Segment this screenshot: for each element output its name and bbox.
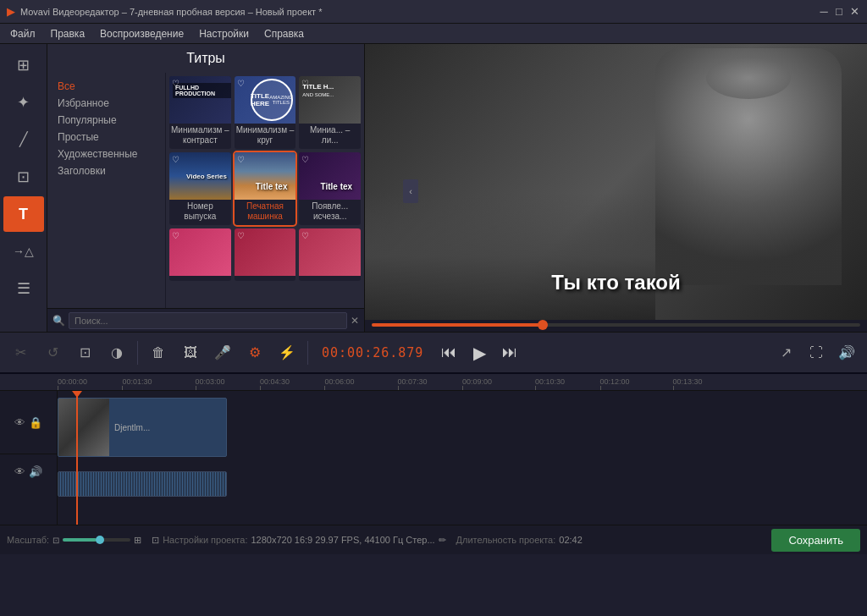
maximize-button[interactable]: □ xyxy=(833,6,845,18)
close-button[interactable]: ✕ xyxy=(848,6,860,18)
sidebar-btn-titles[interactable]: T xyxy=(3,196,44,232)
menu-settings[interactable]: Настройки xyxy=(192,26,256,41)
progress-fill xyxy=(372,323,543,327)
zoom-slider[interactable] xyxy=(63,538,130,542)
audio-track[interactable] xyxy=(58,471,227,497)
progress-bar[interactable] xyxy=(365,320,867,332)
crowd-left xyxy=(365,193,655,320)
fav-icon-7: ♡ xyxy=(172,231,179,240)
card-label-6: Появле... исчеза... xyxy=(299,200,361,225)
audio-eye-icon[interactable]: 👁 xyxy=(14,465,25,478)
sidebar-btn-filters[interactable]: ╱ xyxy=(3,122,44,157)
menubar: Файл Правка Воспроизведение Настройки Сп… xyxy=(0,24,867,44)
search-clear-button[interactable]: ✕ xyxy=(351,315,359,327)
card-label-7 xyxy=(169,276,231,281)
card-thumb-line: ♡ TITLE H...AND SOME... xyxy=(299,76,361,124)
volume-track-icon[interactable]: 🔊 xyxy=(29,465,42,478)
waveform-display xyxy=(58,472,226,496)
title-card-pink3[interactable]: ♡ xyxy=(299,228,361,281)
cat-headers[interactable]: Заголовки xyxy=(51,162,162,179)
timeline: 00:00:00 00:01:30 00:03:00 00:04:30 00:0… xyxy=(0,372,867,525)
fullscreen-button[interactable]: ⛶ xyxy=(803,339,830,366)
project-settings-value: 1280x720 16:9 29.97 FPS, 44100 Гц Стер..… xyxy=(251,535,434,545)
adjust-button[interactable]: ⚡ xyxy=(273,339,301,366)
skip-forward-button[interactable]: ⏭ xyxy=(496,339,523,366)
clip-filename: Djentlmeny_udachi_480.r... xyxy=(58,398,151,399)
sidebar-btn-import[interactable]: ⊞ xyxy=(3,47,44,83)
title-card-typewriter[interactable]: ♡ Title tex Печатная машинка xyxy=(235,152,296,225)
audio-track-control: 👁 🔊 xyxy=(0,454,57,488)
video-clip[interactable]: ★ Djentlm... Djentlmeny_udachi_480.r... xyxy=(58,398,227,457)
sidebar-btn-effects[interactable]: ✦ xyxy=(3,85,44,120)
play-button[interactable]: ▶ xyxy=(466,339,493,366)
playback-controls: ⏮ ▶ ⏭ xyxy=(435,339,523,366)
circle-title: TITLE HEREAMAZING TITLES xyxy=(251,79,293,121)
separator-2 xyxy=(307,341,308,365)
menu-playback[interactable]: Воспроизведение xyxy=(93,26,191,41)
minimize-button[interactable]: ─ xyxy=(818,6,830,18)
statusbar: Масштаб: ⊡ ⊞ ⊡ Настройки проекта: 1280x7… xyxy=(0,525,867,554)
track-controls: 👁 🔒 👁 🔊 xyxy=(0,391,58,525)
color-button[interactable]: ◑ xyxy=(103,339,130,366)
cat-artistic[interactable]: Художественные xyxy=(51,146,162,162)
edit-settings-icon[interactable]: ✏ xyxy=(439,535,446,546)
volume-button[interactable]: 🔊 xyxy=(833,339,860,366)
sidebar-btn-transitions[interactable]: ⊡ xyxy=(3,159,44,195)
title-card-pink1[interactable]: ♡ xyxy=(169,228,231,281)
menu-file[interactable]: Файл xyxy=(3,26,42,41)
image-button[interactable]: 🖼 xyxy=(177,339,204,366)
skip-back-button[interactable]: ⏮ xyxy=(435,339,462,366)
mic-button[interactable]: 🎤 xyxy=(209,339,236,366)
zoom-control: Масштаб: ⊡ ⊞ xyxy=(7,535,141,546)
cat-simple[interactable]: Простые xyxy=(51,129,162,146)
zoom-thumb[interactable] xyxy=(96,536,104,544)
grid-row-1: ♡ FULLHD PRODUCTION Минимализм – контрас… xyxy=(169,76,361,149)
export-button[interactable]: ↗ xyxy=(772,339,799,366)
search-icon: 🔍 xyxy=(52,315,65,327)
playhead xyxy=(76,391,78,525)
fav-icon-5: ♡ xyxy=(237,155,245,164)
settings-icon: ⊡ xyxy=(152,535,159,546)
save-button[interactable]: Сохранить xyxy=(771,529,860,552)
delete-button[interactable]: 🗑 xyxy=(145,339,172,366)
title-card-circle[interactable]: ♡ TITLE HEREAMAZING TITLES Минимализм – … xyxy=(235,76,296,149)
timecode-suffix: 26.879 xyxy=(373,345,423,360)
settings-button[interactable]: ⚙ xyxy=(241,339,268,366)
shapes-icon: →△ xyxy=(13,245,34,257)
search-input[interactable] xyxy=(69,312,347,329)
eye-icon[interactable]: 👁 xyxy=(14,416,25,429)
transitions-icon: ⊡ xyxy=(17,169,30,184)
title-card-line[interactable]: ♡ TITLE H...AND SOME... Миниа... – ли... xyxy=(299,76,361,149)
title-card-appear[interactable]: ♡ Title tex Появле... исчеза... xyxy=(299,152,361,225)
filters-icon: ╱ xyxy=(19,133,28,146)
card-thumb-appear: ♡ Title tex xyxy=(299,152,361,200)
clip-thumbnail xyxy=(58,399,109,456)
title-card-pink2[interactable]: ♡ xyxy=(235,228,296,281)
crop-button[interactable]: ⊡ xyxy=(71,339,98,366)
cat-all[interactable]: Все xyxy=(51,78,162,95)
sidebar-btn-shapes[interactable]: →△ xyxy=(3,234,44,269)
ruler-6: 00:09:00 xyxy=(462,377,492,386)
preview-video: Ты кто такой xyxy=(365,44,867,320)
menu-help[interactable]: Справка xyxy=(257,26,311,41)
panel-collapse-button[interactable]: ‹ xyxy=(403,179,418,203)
vs-label: Video Series xyxy=(186,173,227,180)
fav-icon-2: ♡ xyxy=(237,79,245,88)
title-card-video-series[interactable]: ♡ Video Series Номер выпуска xyxy=(169,152,231,225)
typewriter-text: Title tex xyxy=(235,182,296,191)
progress-thumb[interactable] xyxy=(538,320,548,330)
ruler-7: 00:10:30 xyxy=(535,377,565,386)
ruler-2: 00:03:00 xyxy=(196,377,225,386)
undo-button[interactable]: ↺ xyxy=(39,339,66,366)
left-sidebar: ⊞ ✦ ╱ ⊡ T →△ ☰ xyxy=(0,44,47,332)
cat-fav[interactable]: Избранное xyxy=(51,95,162,112)
menu-edit[interactable]: Правка xyxy=(44,26,92,41)
lock-icon[interactable]: 🔒 xyxy=(29,416,42,429)
card-label-2: Минимализм – круг xyxy=(235,124,296,149)
cat-popular[interactable]: Популярные xyxy=(51,112,162,129)
title-card-contrast[interactable]: ♡ FULLHD PRODUCTION Минимализм – контрас… xyxy=(169,76,231,149)
sidebar-btn-stickers[interactable]: ☰ xyxy=(3,271,44,306)
separator-1 xyxy=(137,341,138,365)
cut-button[interactable]: ✂ xyxy=(7,339,34,366)
duration-value: 02:42 xyxy=(559,535,583,545)
